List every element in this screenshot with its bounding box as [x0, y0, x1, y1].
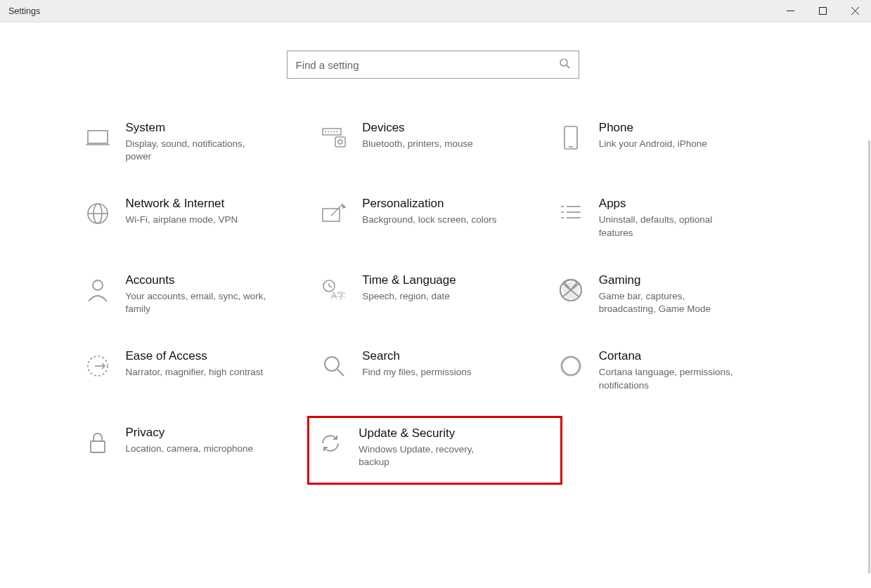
svg-rect-39 [91, 441, 105, 452]
tile-gaming[interactable]: Gaming Game bar, captures, broadcasting,… [551, 273, 788, 315]
system-icon [81, 121, 115, 155]
maximize-button[interactable] [806, 0, 839, 22]
tile-cortana[interactable]: Cortana Cortana language, permissions, n… [551, 349, 788, 391]
tile-update-security[interactable]: Update & Security Windows Update, recove… [307, 416, 562, 485]
svg-point-36 [325, 357, 339, 371]
window-controls [774, 0, 871, 22]
tile-title: Time & Language [362, 273, 456, 287]
tile-desc: Find my files, permissions [362, 366, 471, 379]
minimize-icon [787, 7, 794, 15]
tile-desc: Location, camera, microphone [126, 443, 254, 455]
tile-title: Accounts [126, 273, 270, 287]
tile-desc: Uninstall, defaults, optional features [599, 214, 743, 239]
tile-desc: Windows Update, recovery, backup [359, 443, 503, 469]
main: System Display, sound, notifications, po… [0, 22, 865, 588]
tile-desc: Bluetooth, printers, mouse [362, 138, 473, 150]
search-category-icon [317, 349, 351, 383]
svg-point-4 [560, 59, 567, 66]
svg-line-18 [331, 204, 342, 216]
minimize-button[interactable] [774, 0, 806, 22]
apps-icon [554, 197, 588, 230]
titlebar: Settings [0, 0, 871, 22]
tile-ease-of-access[interactable]: Ease of Access Narrator, magnifier, high… [78, 349, 315, 391]
tile-title: Network & Internet [126, 197, 238, 211]
tile-title: Ease of Access [126, 349, 264, 363]
tile-title: Update & Security [359, 426, 503, 440]
tile-desc: Display, sound, notifications, power [126, 138, 270, 163]
tile-devices[interactable]: Devices Bluetooth, printers, mouse [314, 121, 551, 163]
svg-rect-12 [564, 126, 577, 149]
tile-title: Search [362, 349, 471, 363]
paint-icon [317, 197, 351, 230]
tile-desc: Cortana language, permissions, notificat… [599, 366, 743, 391]
tile-desc: Speech, region, date [362, 290, 456, 303]
tile-accounts[interactable]: Accounts Your accounts, email, sync, wor… [78, 273, 315, 315]
svg-line-28 [329, 286, 332, 287]
ease-icon [81, 349, 115, 383]
tile-desc: Game bar, captures, broadcasting, Game M… [599, 290, 743, 315]
devices-icon [317, 121, 351, 155]
close-button[interactable] [839, 0, 871, 22]
update-icon [314, 426, 347, 460]
tile-title: Privacy [126, 426, 254, 440]
svg-point-38 [562, 357, 580, 375]
svg-rect-6 [88, 131, 108, 143]
maximize-icon [819, 7, 827, 15]
svg-rect-1 [819, 8, 826, 15]
tile-desc: Link your Android, iPhone [599, 138, 707, 150]
tile-title: Personalization [362, 197, 496, 211]
svg-point-25 [93, 280, 103, 290]
tile-apps[interactable]: Apps Uninstall, defaults, optional featu… [551, 197, 788, 239]
tile-desc: Your accounts, email, sync, work, family [126, 290, 270, 315]
tile-system[interactable]: System Display, sound, notifications, po… [78, 121, 315, 163]
phone-icon [554, 121, 588, 155]
tile-desc: Narrator, magnifier, high contrast [126, 366, 264, 379]
globe-icon [81, 197, 115, 230]
gaming-icon [554, 273, 588, 307]
lock-icon [81, 426, 115, 459]
svg-rect-10 [335, 137, 345, 147]
tile-phone[interactable]: Phone Link your Android, iPhone [551, 121, 788, 163]
tile-title: Apps [599, 197, 743, 211]
svg-text:A字: A字 [331, 291, 345, 301]
close-icon [851, 7, 859, 15]
tile-desc: Background, lock screen, colors [362, 214, 496, 226]
svg-line-37 [337, 370, 344, 376]
search-input[interactable] [296, 59, 559, 71]
search-row [0, 51, 865, 79]
tile-search[interactable]: Search Find my files, permissions [314, 349, 551, 391]
tile-personalization[interactable]: Personalization Background, lock screen,… [314, 197, 551, 239]
tile-privacy[interactable]: Privacy Location, camera, microphone [78, 426, 315, 469]
tile-title: Devices [362, 121, 473, 135]
window-title: Settings [8, 6, 40, 16]
tile-title: Cortana [599, 349, 743, 363]
tile-title: System [126, 121, 270, 135]
tile-desc: Wi-Fi, airplane mode, VPN [126, 214, 238, 226]
scrollbar[interactable] [868, 141, 870, 573]
tile-network[interactable]: Network & Internet Wi-Fi, airplane mode,… [78, 197, 315, 239]
categories-grid: System Display, sound, notifications, po… [78, 121, 788, 469]
svg-line-5 [567, 65, 569, 68]
tile-title: Phone [599, 121, 707, 135]
search-icon [559, 58, 570, 72]
cortana-icon [554, 349, 588, 383]
time-language-icon: A字 [317, 273, 351, 307]
svg-point-11 [338, 140, 342, 144]
search-box[interactable] [287, 51, 579, 79]
tile-time-language[interactable]: A字 Time & Language Speech, region, date [314, 273, 551, 315]
person-icon [81, 273, 115, 307]
tile-title: Gaming [599, 273, 743, 287]
